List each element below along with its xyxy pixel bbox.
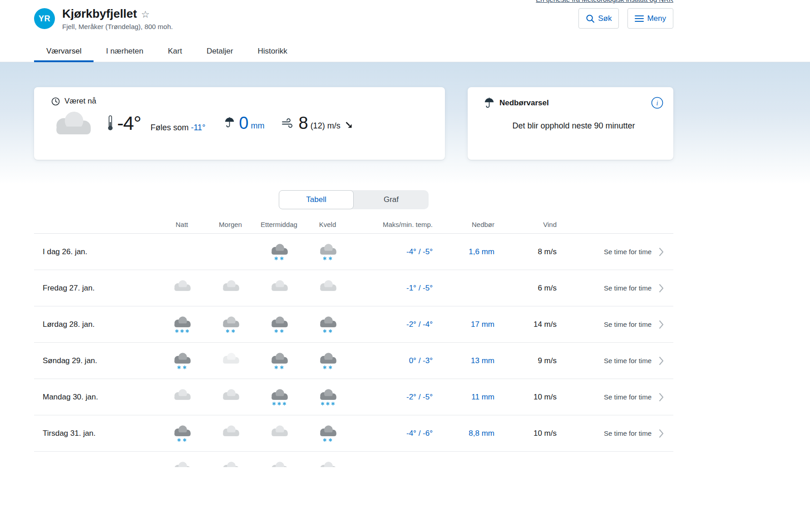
- clock-icon: [51, 97, 60, 106]
- weather-icon: [206, 424, 255, 443]
- hero-section: Været nå -4° Føles som-11°: [0, 62, 810, 185]
- tab-i-n-rheten[interactable]: I nærheten: [94, 42, 155, 62]
- hour-by-hour-link[interactable]: Se time for time: [590, 248, 673, 256]
- forecast-row[interactable]: Mandag 30. jan.-2° / -5°11 mm10 m/sSe ti…: [34, 379, 673, 415]
- wind-gust-unit: (12) m/s: [311, 121, 341, 131]
- forecast-table: NattMorgenEttermiddagKveldMaks/min. temp…: [34, 216, 673, 467]
- toggle-graf[interactable]: Graf: [354, 190, 429, 209]
- info-icon: i: [651, 97, 663, 109]
- weather-icon: [158, 460, 206, 467]
- weather-icon: [206, 388, 255, 407]
- wind-value: 10 m/s: [506, 393, 590, 402]
- hour-by-hour-link-label: Se time for time: [604, 429, 652, 437]
- wind-value: 9 m/s: [506, 356, 590, 365]
- max-min-temperature: -2° / -5°: [352, 393, 461, 402]
- forecast-row[interactable]: I dag 26. jan.-4° / -5°1,6 mm8 m/sSe tim…: [34, 234, 673, 270]
- favorite-star-icon[interactable]: ☆: [141, 9, 150, 20]
- wind-direction-arrow-icon: [345, 121, 353, 129]
- search-icon: [586, 14, 595, 23]
- day-label: Mandag 30. jan.: [34, 393, 158, 402]
- tab-bar: VærvarselI nærhetenKartDetaljerHistorikk: [34, 42, 673, 62]
- feels-like-value: -11°: [191, 123, 205, 132]
- weather-icon: [303, 279, 352, 298]
- hour-by-hour-link[interactable]: Se time for time: [590, 284, 673, 292]
- column-header-vind: Vind: [506, 221, 590, 228]
- weather-icon: [206, 460, 255, 467]
- forecast-row[interactable]: [34, 452, 673, 467]
- view-toggle: TabellGraf: [279, 190, 429, 209]
- hour-by-hour-link-label: Se time for time: [604, 320, 652, 328]
- weather-icon: [303, 424, 352, 443]
- max-min-temperature: 0° / -3°: [352, 356, 461, 365]
- precipitation-value: 8,8 mm: [461, 429, 506, 438]
- weather-icon: [303, 460, 352, 467]
- current-temperature-group: -4°: [107, 112, 141, 134]
- yr-logo[interactable]: YR: [34, 8, 55, 29]
- weather-icon: [158, 424, 206, 443]
- search-button-label: Søk: [598, 14, 612, 23]
- precipitation-unit: mm: [251, 121, 264, 131]
- weather-icon: [206, 315, 255, 334]
- day-label: Fredag 27. jan.: [34, 284, 158, 293]
- weather-icon: [158, 351, 206, 370]
- forecast-row[interactable]: Søndag 29. jan.0° / -3°13 mm9 m/sSe time…: [34, 343, 673, 379]
- service-attribution-link[interactable]: En tjeneste fra Meteorologisk institutt …: [536, 0, 673, 3]
- forecast-rows: I dag 26. jan.-4° / -5°1,6 mm8 m/sSe tim…: [34, 234, 673, 467]
- column-header-ettermiddag: Ettermiddag: [255, 221, 303, 228]
- menu-button-label: Meny: [647, 14, 666, 23]
- yr-logo-text: YR: [39, 14, 50, 24]
- chevron-right-icon: [659, 248, 664, 256]
- precipitation-forecast-card: Nedbørvarsel i Det blir opphold neste 90…: [468, 87, 673, 160]
- precip-card-title: Nedbørvarsel: [499, 99, 549, 108]
- day-label: Tirsdag 31. jan.: [34, 429, 158, 438]
- precip-forecast-message: Det blir opphold neste 90 minutter: [484, 121, 663, 131]
- max-min-temperature: -4° / -5°: [352, 247, 461, 256]
- hour-by-hour-link[interactable]: Se time for time: [590, 320, 673, 329]
- hour-by-hour-link[interactable]: Se time for time: [590, 429, 673, 438]
- tab-historikk[interactable]: Historikk: [245, 42, 299, 62]
- toggle-tabell[interactable]: Tabell: [279, 190, 354, 209]
- weather-icon: [255, 424, 303, 443]
- menu-button[interactable]: Meny: [627, 8, 673, 29]
- day-label: Lørdag 28. jan.: [34, 320, 158, 329]
- wind-value: 10 m/s: [506, 429, 590, 438]
- tab-kart[interactable]: Kart: [156, 42, 194, 62]
- max-min-temperature: -1° / -5°: [352, 284, 461, 293]
- wind-value: 6 m/s: [506, 284, 590, 293]
- max-min-temperature: -4° / -6°: [352, 429, 461, 438]
- tab-detaljer[interactable]: Detaljer: [194, 42, 246, 62]
- wind-value: 14 m/s: [506, 320, 590, 329]
- hour-by-hour-link-label: Se time for time: [604, 357, 652, 365]
- info-button[interactable]: i: [651, 97, 663, 109]
- wind-value: 8 m/s: [506, 247, 590, 256]
- hour-by-hour-link[interactable]: Se time for time: [590, 393, 673, 401]
- weather-icon: [255, 351, 303, 370]
- header-actions: Søk Meny: [578, 7, 673, 29]
- thermometer-icon: [107, 115, 114, 131]
- menu-icon: [635, 15, 644, 22]
- now-card-title: Været nå: [64, 97, 96, 106]
- hour-by-hour-link-label: Se time for time: [604, 248, 652, 256]
- forecast-row[interactable]: Lørdag 28. jan.-2° / -4°17 mm14 m/sSe ti…: [34, 306, 673, 343]
- tab-bar-wrap: VærvarselI nærhetenKartDetaljerHistorikk: [0, 42, 810, 62]
- column-header-nedb-r: Nedbør: [461, 221, 506, 228]
- forecast-row[interactable]: Tirsdag 31. jan.-4° / -6°8,8 mm10 m/sSe …: [34, 415, 673, 452]
- feels-like: Føles som-11°: [150, 123, 205, 133]
- weather-icon: [255, 460, 303, 467]
- tab-v-rvarsel[interactable]: Værvarsel: [34, 42, 94, 62]
- forecast-row[interactable]: Fredag 27. jan.-1° / -5°6 m/sSe time for…: [34, 270, 673, 306]
- hour-by-hour-link-label: Se time for time: [604, 284, 652, 292]
- weather-icon: [206, 351, 255, 370]
- hour-by-hour-link[interactable]: Se time for time: [590, 357, 673, 365]
- current-temperature: -4°: [117, 112, 141, 134]
- weather-icon: [255, 242, 303, 261]
- weather-icon: [206, 279, 255, 298]
- chevron-right-icon: [659, 429, 664, 438]
- column-header-natt: Natt: [158, 221, 206, 228]
- day-label: I dag 26. jan.: [34, 247, 158, 256]
- weather-icon: [158, 388, 206, 407]
- svg-text:i: i: [657, 100, 658, 107]
- weather-icon: [158, 279, 206, 298]
- wind-icon: [282, 118, 294, 128]
- search-button[interactable]: Søk: [578, 8, 619, 29]
